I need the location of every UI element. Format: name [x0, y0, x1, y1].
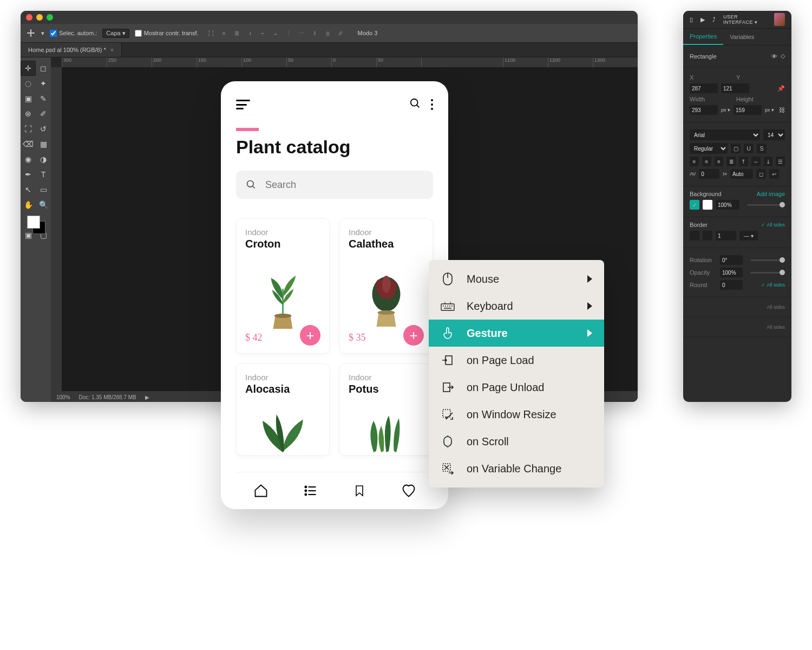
eraser-tool[interactable]: ⌫ — [21, 136, 36, 152]
round-input[interactable] — [720, 280, 743, 290]
menu-item-gesture[interactable]: Gesture — [429, 320, 604, 347]
eyedropper-tool[interactable]: ✎ — [36, 91, 51, 106]
marquee-tool[interactable]: ◻ — [36, 61, 51, 76]
font-size-select[interactable]: 14 — [763, 129, 785, 140]
autoselect-target-select[interactable]: Capa ▾ — [102, 29, 129, 38]
show-transform-checkbox[interactable]: Mostrar contr. transf. — [135, 30, 199, 37]
document-tab[interactable]: Home.psd al 100% (RGB/8) * × — [21, 43, 122, 57]
list-icon[interactable]: ☰ — [776, 157, 785, 166]
dist-icon[interactable]: ⫻ — [336, 28, 346, 38]
search-input[interactable] — [264, 179, 423, 191]
product-card[interactable]: Indoor Potus — [339, 363, 433, 456]
type-tool[interactable]: T — [36, 167, 51, 182]
nav-bookmark-icon[interactable] — [351, 483, 368, 499]
device-icon[interactable]: ▯ — [690, 16, 693, 23]
brush-tool[interactable]: ✐ — [36, 106, 51, 121]
bg-enabled-check[interactable]: ✓ — [690, 200, 699, 210]
product-card[interactable]: Indoor Alocasia — [236, 363, 330, 456]
history-brush-tool[interactable]: ↺ — [36, 121, 51, 136]
align-center-icon[interactable]: ≡ — [702, 157, 711, 166]
search-icon[interactable] — [409, 98, 421, 112]
minimize-window-button[interactable] — [36, 14, 43, 21]
border-style-select[interactable]: — ▾ — [739, 231, 758, 240]
align-icon[interactable]: ⫟ — [258, 28, 268, 38]
gradient-tool[interactable]: ▦ — [36, 136, 51, 152]
tab-variables[interactable]: Variables — [723, 29, 761, 45]
add-button[interactable]: + — [403, 325, 424, 346]
add-image-link[interactable]: Add image — [756, 191, 785, 197]
product-card[interactable]: Indoor Croton $ 42 + — [236, 218, 330, 354]
dist-icon[interactable]: ⋯ — [297, 28, 307, 38]
align-icon[interactable]: ╎╎ — [206, 28, 216, 38]
underline-icon[interactable]: U — [744, 144, 754, 153]
stamp-tool[interactable]: ⛶ — [21, 121, 36, 136]
y-input[interactable] — [721, 83, 749, 93]
border-color-swatch[interactable] — [703, 231, 712, 240]
align-icon[interactable]: ≡ — [219, 28, 229, 38]
letterspace-input[interactable] — [699, 169, 719, 179]
product-card[interactable]: Indoor Calathea $ 35 + — [339, 218, 433, 354]
status-arrow-icon[interactable]: ▶ — [145, 394, 149, 400]
nav-home-icon[interactable] — [253, 483, 269, 499]
move-tool[interactable]: ✛ — [21, 61, 36, 76]
crop-text-icon[interactable]: ◻ — [756, 169, 766, 179]
rotation-slider[interactable] — [750, 259, 785, 261]
align-icon[interactable]: ⫠ — [271, 28, 281, 38]
link-icon[interactable]: ⛓ — [779, 107, 785, 113]
upload-icon[interactable]: ⤴ — [712, 16, 716, 23]
more-icon[interactable] — [431, 99, 433, 110]
autoselect-checkbox[interactable]: Selec. autom.: — [50, 30, 97, 37]
search-field[interactable] — [236, 171, 433, 199]
zoom-tool[interactable]: 🔍 — [36, 197, 51, 212]
bg-opacity-slider[interactable] — [747, 204, 785, 206]
heal-tool[interactable]: ⊛ — [21, 106, 36, 121]
bg-color-swatch[interactable] — [703, 200, 712, 210]
menu-icon[interactable] — [236, 100, 250, 109]
lasso-tool[interactable]: ◌ — [21, 76, 36, 91]
nav-heart-icon[interactable] — [401, 483, 417, 499]
wrap-icon[interactable]: ↩ — [769, 169, 779, 179]
dist-icon[interactable]: ⋮ — [284, 28, 294, 38]
strike-icon[interactable]: S — [757, 144, 767, 153]
nav-list-icon[interactable] — [302, 483, 318, 499]
menu-item-variable-change[interactable]: on Variable Change — [429, 455, 604, 482]
color-swatches[interactable] — [21, 212, 51, 237]
add-button[interactable]: + — [300, 325, 320, 346]
x-input[interactable] — [690, 83, 718, 93]
stack-icon[interactable]: ◇ — [781, 53, 785, 60]
menu-item-keyboard[interactable]: Keyboard — [429, 292, 604, 320]
blur-tool[interactable]: ◉ — [21, 152, 36, 167]
round-allsides[interactable]: ✓ All sides — [761, 282, 785, 288]
shape-tool[interactable]: ▭ — [36, 182, 51, 197]
menu-item-page-unload[interactable]: on Page Unload — [429, 374, 604, 401]
close-tab-icon[interactable]: × — [110, 47, 114, 53]
align-justify-icon[interactable]: ≣ — [726, 157, 736, 166]
rotation-input[interactable] — [720, 255, 743, 265]
dist-icon[interactable]: ⫴ — [310, 28, 320, 38]
align-right-icon[interactable]: ≡ — [715, 157, 724, 166]
height-input[interactable] — [734, 105, 762, 115]
valign-top-icon[interactable]: ⤒ — [739, 157, 748, 166]
valign-bot-icon[interactable]: ⤓ — [764, 157, 773, 166]
dist-icon[interactable]: ⫼ — [323, 28, 333, 38]
font-family-select[interactable]: Arial — [690, 129, 760, 140]
font-weight-select[interactable]: Regular — [690, 143, 728, 154]
play-icon[interactable]: ▶ — [700, 16, 705, 23]
width-input[interactable] — [690, 105, 718, 115]
valign-mid-icon[interactable]: ↔ — [751, 157, 761, 166]
wand-tool[interactable]: ✦ — [36, 76, 51, 91]
align-icon[interactable]: ⫞ — [245, 28, 255, 38]
hand-tool[interactable]: ✋ — [21, 197, 36, 212]
close-window-button[interactable] — [26, 14, 32, 21]
lineheight-input[interactable]: Auto — [730, 169, 753, 179]
pin-icon[interactable]: 📌 — [777, 85, 785, 92]
tab-properties[interactable]: Properties — [683, 29, 723, 45]
menu-item-page-load[interactable]: on Page Load — [429, 347, 604, 374]
user-menu[interactable]: USER INTERFACE ▾ — [723, 14, 767, 25]
menu-item-mouse[interactable]: Mouse — [429, 265, 604, 292]
width-unit[interactable]: px ▾ — [721, 107, 730, 113]
dodge-tool[interactable]: ◑ — [36, 152, 51, 167]
path-tool[interactable]: ↖ — [21, 182, 36, 197]
opacity-slider[interactable] — [750, 272, 785, 274]
menu-item-scroll[interactable]: on Scroll — [429, 428, 604, 455]
